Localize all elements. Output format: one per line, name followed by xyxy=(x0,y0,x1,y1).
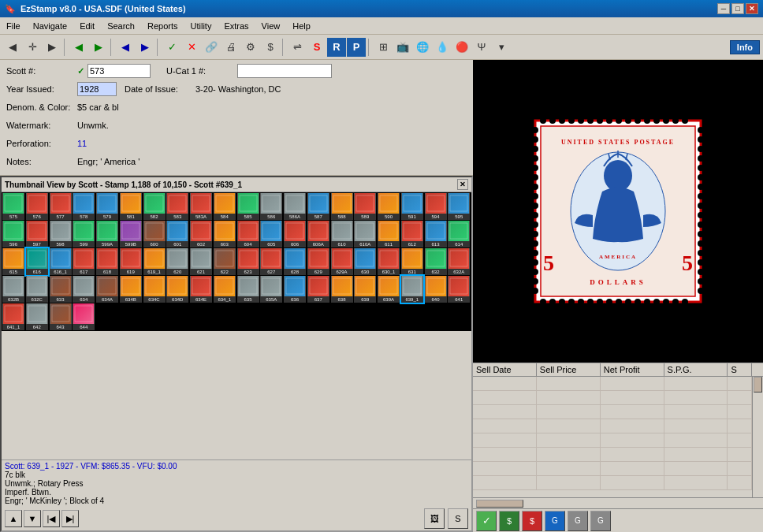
thumb-cell[interactable]: 620 xyxy=(166,248,188,275)
right-blue-btn[interactable]: ▶ xyxy=(136,38,154,57)
thumb-cell[interactable]: 583A xyxy=(190,193,212,220)
maximize-button[interactable]: □ xyxy=(731,3,744,14)
thumb-cell[interactable]: 615 xyxy=(2,248,24,275)
thumb-grid-wrapper[interactable]: 575576577578579581582583583A584585586586… xyxy=(2,192,471,459)
nav-first-btn[interactable]: |◀ xyxy=(43,510,60,527)
thumb-cell[interactable]: 644 xyxy=(73,303,95,330)
thumb-cell[interactable]: 640 xyxy=(425,276,447,303)
thumb-cell[interactable]: 627 xyxy=(260,248,282,275)
scott-input[interactable] xyxy=(87,64,151,78)
thumb-cell[interactable]: 622 xyxy=(214,248,236,275)
next-green-btn[interactable]: ▶ xyxy=(89,38,108,57)
thumb-cell[interactable]: 598 xyxy=(50,221,72,247)
thumb-cell[interactable]: 575 xyxy=(2,193,24,220)
thumb-cell[interactable]: 633 xyxy=(50,276,72,303)
thumb-cell[interactable]: 632A xyxy=(448,248,470,275)
thumb-cell[interactable]: 591 xyxy=(401,193,423,220)
sale-g3-btn[interactable]: G xyxy=(590,511,611,531)
thumb-cell[interactable]: 639 xyxy=(354,276,376,303)
thumb-cell[interactable]: 578 xyxy=(73,193,95,220)
thumb-cell[interactable]: 576 xyxy=(26,193,48,220)
menu-file[interactable]: File xyxy=(0,17,27,34)
thumb-cell[interactable]: 599A xyxy=(96,221,118,247)
menu-extras[interactable]: Extras xyxy=(218,17,255,34)
nav-last-btn[interactable]: ▶| xyxy=(61,510,79,527)
thumb-cell[interactable]: 641 xyxy=(448,276,470,303)
thumb-cell[interactable]: 579 xyxy=(96,193,118,220)
thumb-cell[interactable]: 637 xyxy=(307,276,329,303)
nav-up-btn[interactable]: ▲ xyxy=(5,510,22,527)
thumb-cell[interactable]: 623 xyxy=(237,248,259,275)
hscroll-thumb[interactable] xyxy=(476,500,523,508)
thumb-cell[interactable]: 587 xyxy=(307,193,329,220)
thumb-cell[interactable]: 636 xyxy=(284,276,306,303)
thumb-cell[interactable]: 599 xyxy=(73,221,95,247)
thumb-cell[interactable]: 635 xyxy=(237,276,259,303)
thumb-cell[interactable]: 642 xyxy=(26,303,48,330)
x-btn[interactable]: ✕ xyxy=(182,38,201,57)
menu-view[interactable]: View xyxy=(255,17,287,34)
stamp-btn[interactable]: 🔴 xyxy=(452,38,471,57)
psi-btn[interactable]: Ψ xyxy=(472,38,491,57)
thumb-cell[interactable]: 585 xyxy=(237,193,259,220)
thumb-cell[interactable]: 629 xyxy=(307,248,329,275)
thumb-cell[interactable]: 631 xyxy=(401,248,423,275)
thumb-cell[interactable]: 639A xyxy=(378,276,400,303)
thumb-cell[interactable]: 584 xyxy=(214,193,236,220)
thumb-cell[interactable]: 621 xyxy=(190,248,212,275)
thumb-cell[interactable]: 595 xyxy=(448,193,470,220)
r-btn[interactable]: R xyxy=(327,38,346,57)
sale-dollar1-btn[interactable]: $ xyxy=(499,511,519,531)
thumb-cell[interactable]: 610A xyxy=(354,221,376,247)
chain-btn[interactable]: 🔗 xyxy=(202,38,221,57)
menu-edit[interactable]: Edit xyxy=(73,17,101,34)
year-input[interactable] xyxy=(77,82,117,96)
prev-green-btn[interactable]: ◀ xyxy=(69,38,88,57)
thumb-cell[interactable]: 583 xyxy=(166,193,188,220)
dollar-btn[interactable]: $ xyxy=(261,38,280,57)
thumb-cell[interactable]: 600 xyxy=(143,221,166,247)
thumb-cell[interactable]: 597 xyxy=(26,221,48,247)
thumb-cell[interactable]: 596 xyxy=(2,221,24,247)
thumb-cell[interactable]: 586 xyxy=(260,193,282,220)
menu-help[interactable]: Help xyxy=(286,17,317,34)
s-btn[interactable]: S xyxy=(307,38,326,57)
thumb-cell[interactable]: 618 xyxy=(96,248,118,275)
thumb-cell[interactable]: 611 xyxy=(378,221,400,247)
thumb-cell[interactable]: 589 xyxy=(354,193,376,220)
sale-g2-btn[interactable]: G xyxy=(568,511,588,531)
thumb-cell[interactable]: 602 xyxy=(190,221,212,247)
thumb-cell[interactable]: 605 xyxy=(260,221,282,247)
thumb-cell[interactable]: 604 xyxy=(237,221,259,247)
thumb-cell[interactable]: 634_1 xyxy=(214,276,236,303)
menu-utility[interactable]: Utility xyxy=(184,17,218,34)
thumb-cell[interactable]: 634C xyxy=(143,276,166,303)
sale-table-body[interactable] xyxy=(473,377,752,497)
print-btn[interactable]: 🖨 xyxy=(221,38,240,57)
thumb-cell[interactable]: 582 xyxy=(143,193,166,220)
checkmark-btn[interactable]: ✓ xyxy=(162,38,181,57)
thumb-cell[interactable]: 588 xyxy=(331,193,353,220)
sale-scrollbar[interactable] xyxy=(752,377,763,497)
thumb-cell[interactable]: 594 xyxy=(425,193,447,220)
list-icon-btn[interactable]: S xyxy=(448,508,468,529)
thumb-cell[interactable]: 628 xyxy=(284,248,306,275)
menu-navigate[interactable]: Navigate xyxy=(27,17,73,34)
sale-check-btn[interactable]: ✓ xyxy=(476,511,497,531)
sale-dollar2-btn[interactable]: $ xyxy=(522,511,542,531)
thumb-cell[interactable]: 586A xyxy=(284,193,306,220)
close-button[interactable]: ✕ xyxy=(746,3,758,14)
forward-btn[interactable]: ▶ xyxy=(43,38,61,57)
thumb-cell[interactable]: 634A xyxy=(96,276,118,303)
thumb-cell[interactable]: 630_1 xyxy=(378,248,400,275)
thumb-cell[interactable]: 603 xyxy=(214,221,236,247)
thumb-cell[interactable]: 617 xyxy=(73,248,95,275)
thumb-cell[interactable]: 634D xyxy=(166,276,188,303)
thumb-cell[interactable]: 632C xyxy=(26,276,48,303)
thumb-cell[interactable]: 599B xyxy=(120,221,142,247)
arrows-btn[interactable]: ⇌ xyxy=(288,38,307,57)
thumb-cell[interactable]: 614 xyxy=(448,221,470,247)
thumb-cell[interactable]: 641_1 xyxy=(2,303,24,330)
thumb-cell[interactable]: 590 xyxy=(378,193,400,220)
thumb-cell[interactable]: 643 xyxy=(50,303,72,330)
